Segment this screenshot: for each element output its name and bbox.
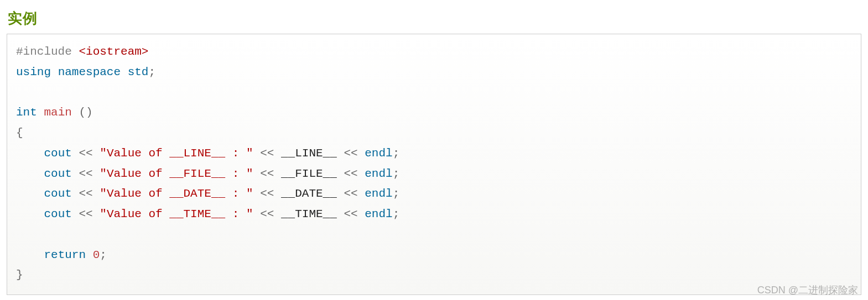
code-token [72, 187, 79, 200]
code-token: << [344, 208, 357, 220]
code-token: << [79, 187, 92, 200]
code-token [274, 187, 281, 200]
code-token: int [16, 106, 37, 119]
code-token [274, 208, 281, 220]
code-token: endl [365, 147, 392, 160]
code-token [358, 167, 365, 180]
code-token: "Value of __FILE__ : " [100, 167, 253, 180]
example-heading: 实例 [8, 9, 861, 28]
code-token [37, 106, 44, 119]
code-token: } [16, 269, 23, 281]
code-token [16, 147, 44, 160]
code-token [72, 45, 79, 58]
code-token: ; [148, 66, 155, 78]
code-token [253, 147, 261, 160]
code-token: endl [365, 187, 392, 200]
code-token: return [44, 249, 86, 261]
code-token: #include [16, 45, 72, 58]
code-token [93, 167, 100, 180]
code-token [72, 167, 79, 180]
code-token: cout [44, 208, 71, 220]
code-token [253, 208, 261, 220]
code-token: __TIME__ [281, 208, 337, 220]
code-token: endl [365, 167, 392, 180]
code-token [93, 187, 100, 200]
code-token: cout [44, 167, 71, 180]
code-token: endl [365, 208, 392, 220]
code-token: ; [393, 208, 400, 220]
code-token: << [344, 147, 357, 160]
code-token [358, 187, 365, 200]
code-token [93, 147, 100, 160]
code-token: namespace [58, 66, 121, 78]
code-token: ; [393, 147, 400, 160]
code-token: 0 [93, 249, 100, 261]
code-block: #include <iostream> using namespace std;… [16, 42, 852, 286]
code-token [16, 187, 44, 200]
code-token [337, 147, 344, 160]
code-token: { [16, 127, 23, 139]
code-token: ; [100, 249, 107, 261]
code-token [121, 66, 128, 78]
code-token: cout [44, 187, 71, 200]
code-token: main [44, 106, 71, 119]
code-token [72, 208, 79, 220]
code-token [51, 66, 58, 78]
code-token: << [260, 187, 274, 200]
code-token: << [344, 167, 357, 180]
code-token: ; [393, 187, 400, 200]
code-token: __DATE__ [281, 187, 337, 200]
code-token [274, 147, 281, 160]
code-token [274, 167, 281, 180]
code-token [358, 208, 365, 220]
code-token [337, 187, 344, 200]
code-token: std [128, 66, 149, 78]
code-token [253, 167, 261, 180]
code-token: << [260, 208, 274, 220]
code-token [358, 147, 365, 160]
code-token: using [16, 66, 51, 78]
code-token [16, 208, 44, 220]
code-token: << [260, 167, 274, 180]
code-token: __LINE__ [281, 147, 337, 160]
code-token: << [260, 147, 274, 160]
code-token [16, 249, 44, 261]
code-token: ) [86, 106, 93, 119]
code-token [253, 187, 261, 200]
code-token: << [79, 167, 92, 180]
code-token [86, 249, 93, 261]
code-token: << [79, 147, 92, 160]
code-token [337, 167, 344, 180]
code-token [72, 147, 79, 160]
code-token: "Value of __DATE__ : " [100, 187, 253, 200]
code-token: << [79, 208, 92, 220]
code-example-box: #include <iostream> using namespace std;… [7, 34, 861, 295]
code-token: "Value of __LINE__ : " [100, 147, 253, 160]
code-token: __FILE__ [281, 167, 337, 180]
code-token: cout [44, 147, 71, 160]
code-token [93, 208, 100, 220]
code-token [16, 167, 44, 180]
code-token [72, 106, 79, 119]
code-token: "Value of __TIME__ : " [100, 208, 253, 220]
code-token: ; [393, 167, 400, 180]
code-token: << [344, 187, 357, 200]
code-token: ( [79, 106, 86, 119]
code-token: <iostream> [79, 45, 148, 58]
code-token [337, 208, 344, 220]
